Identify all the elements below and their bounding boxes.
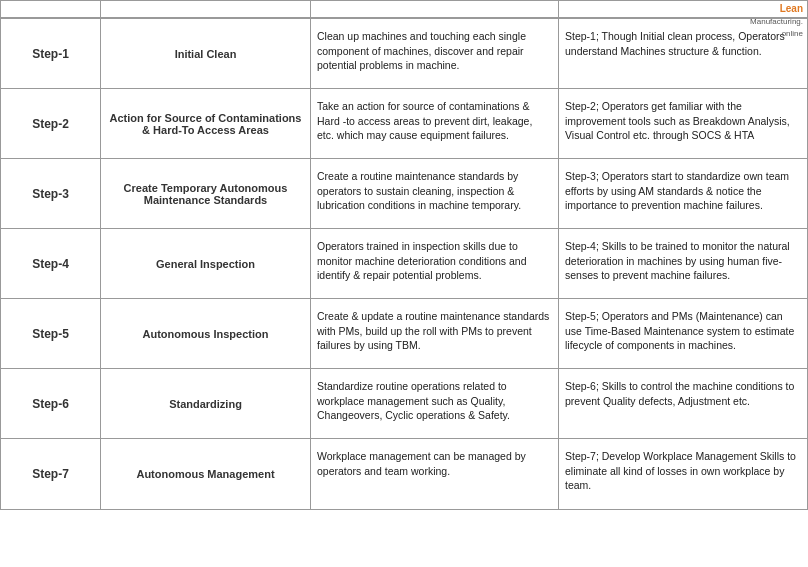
step-desc-1: Clean up machines and touching each sing… [317,29,552,73]
table-row: Step-5 Autonomous Inspection Create & up… [1,299,807,369]
table-row: Step-6 Standardizing Standardize routine… [1,369,807,439]
step-name-6: Standardizing [169,398,242,410]
step-name-3: Create Temporary Autonomous Maintenance … [107,182,304,206]
table-row: Step-4 General Inspection Operators trai… [1,229,807,299]
cell-name-6: Standardizing [101,369,311,438]
step-name-2: Action for Source of Contaminations & Ha… [107,112,304,136]
cell-desc-3: Create a routine maintenance standards b… [311,159,559,228]
step-label-6: Step-6 [32,397,69,411]
cell-skill-7: Step-7; Develop Workplace Management Ski… [559,439,807,509]
cell-name-4: General Inspection [101,229,311,298]
cell-desc-2: Take an action for source of contaminati… [311,89,559,158]
cell-desc-5: Create & update a routine maintenance st… [311,299,559,368]
cell-skill-6: Step-6; Skills to control the machine co… [559,369,807,438]
logo-text: LeanManufacturing.online [750,3,803,39]
cell-name-2: Action for Source of Contaminations & Ha… [101,89,311,158]
table-row: Step-7 Autonomous Management Workplace m… [1,439,807,509]
step-skill-5: Step-5; Operators and PMs (Maintenance) … [565,309,801,353]
cell-skill-2: Step-2; Operators get familiar with the … [559,89,807,158]
step-name-1: Initial Clean [175,48,237,60]
cell-name-1: Initial Clean [101,19,311,88]
header-col1 [1,1,101,17]
cell-desc-6: Standardize routine operations related t… [311,369,559,438]
cell-step-3: Step-3 [1,159,101,228]
step-name-5: Autonomous Inspection [143,328,269,340]
step-name-7: Autonomous Management [136,468,274,480]
table-row: Step-1 Initial Clean Clean up machines a… [1,19,807,89]
cell-step-1: Step-1 [1,19,101,88]
step-label-2: Step-2 [32,117,69,131]
cell-desc-1: Clean up machines and touching each sing… [311,19,559,88]
cell-step-6: Step-6 [1,369,101,438]
cell-skill-5: Step-5; Operators and PMs (Maintenance) … [559,299,807,368]
step-label-1: Step-1 [32,47,69,61]
cell-step-7: Step-7 [1,439,101,509]
cell-name-3: Create Temporary Autonomous Maintenance … [101,159,311,228]
step-skill-2: Step-2; Operators get familiar with the … [565,99,801,143]
step-skill-3: Step-3; Operators start to standardize o… [565,169,801,213]
step-desc-4: Operators trained in inspection skills d… [317,239,552,283]
cell-step-5: Step-5 [1,299,101,368]
step-label-4: Step-4 [32,257,69,271]
cell-skill-4: Step-4; Skills to be trained to monitor … [559,229,807,298]
table-body: Step-1 Initial Clean Clean up machines a… [1,19,807,509]
table-row: Step-3 Create Temporary Autonomous Maint… [1,159,807,229]
main-table: LeanManufacturing.online Step-1 Initial … [0,0,808,510]
step-skill-7: Step-7; Develop Workplace Management Ski… [565,449,801,493]
step-skill-6: Step-6; Skills to control the machine co… [565,379,801,408]
step-desc-7: Workplace management can be managed by o… [317,449,552,478]
step-label-3: Step-3 [32,187,69,201]
step-desc-5: Create & update a routine maintenance st… [317,309,552,353]
header-col3 [311,1,559,17]
header-col4: LeanManufacturing.online [559,1,807,17]
logo: LeanManufacturing.online [750,3,803,39]
header-col2 [101,1,311,17]
step-desc-3: Create a routine maintenance standards b… [317,169,552,213]
cell-step-4: Step-4 [1,229,101,298]
cell-skill-3: Step-3; Operators start to standardize o… [559,159,807,228]
step-label-7: Step-7 [32,467,69,481]
step-name-4: General Inspection [156,258,255,270]
cell-desc-4: Operators trained in inspection skills d… [311,229,559,298]
cell-name-5: Autonomous Inspection [101,299,311,368]
step-desc-2: Take an action for source of contaminati… [317,99,552,143]
cell-name-7: Autonomous Management [101,439,311,509]
step-skill-4: Step-4; Skills to be trained to monitor … [565,239,801,283]
table-row: Step-2 Action for Source of Contaminatio… [1,89,807,159]
step-desc-6: Standardize routine operations related t… [317,379,552,423]
cell-desc-7: Workplace management can be managed by o… [311,439,559,509]
step-label-5: Step-5 [32,327,69,341]
table-header: LeanManufacturing.online [1,1,807,19]
cell-step-2: Step-2 [1,89,101,158]
